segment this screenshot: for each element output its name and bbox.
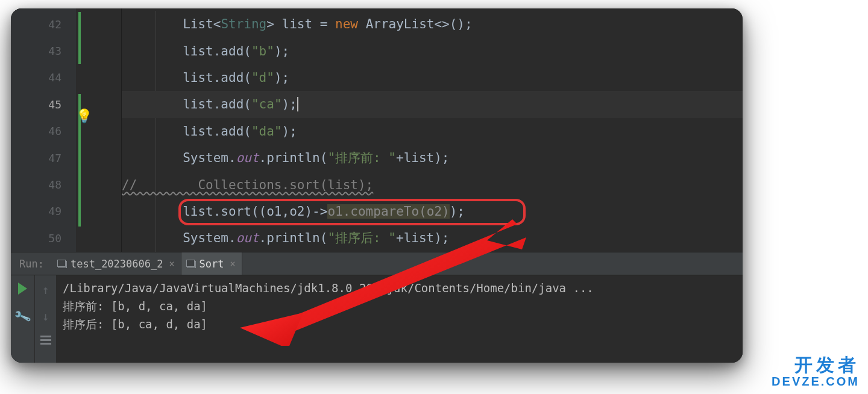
run-tab-sort[interactable]: Sort ×: [181, 252, 242, 275]
console-line: /Library/Java/JavaVirtualMachines/jdk1.8…: [63, 279, 737, 297]
code-line[interactable]: System.out.println("排序后: "+list);: [122, 225, 743, 251]
vcs-change-marker: [78, 12, 81, 64]
run-config-icon: [186, 260, 196, 268]
line-number: 47: [11, 145, 76, 171]
watermark: 开发者 DEVZE.COM: [772, 355, 860, 388]
close-icon[interactable]: ×: [230, 258, 235, 269]
line-number: 42: [11, 11, 76, 37]
run-label: Run:: [11, 258, 52, 270]
down-arrow-icon[interactable]: ↓: [42, 309, 49, 324]
line-number: 48: [11, 171, 76, 198]
close-icon[interactable]: ×: [169, 258, 174, 269]
line-number: 44: [11, 64, 76, 91]
icon-gutter: 💡: [76, 8, 122, 252]
line-number-gutter: 42 43 44 45 46 47 48 49 50: [11, 8, 76, 252]
run-header: Run: test_20230606_2 × Sort ×: [11, 252, 743, 275]
code-line[interactable]: // Collections.sort(list);: [122, 171, 743, 198]
console-output[interactable]: /Library/Java/JavaVirtualMachines/jdk1.8…: [57, 275, 743, 363]
console-line: 排序前: [b, d, ca, da]: [63, 297, 737, 315]
code-line[interactable]: List<String> list = new ArrayList<>();: [122, 11, 743, 37]
intention-bulb-icon[interactable]: 💡: [76, 110, 89, 123]
watermark-top: 开发者: [772, 355, 860, 375]
code-line[interactable]: System.out.println("排序前: "+list);: [122, 145, 743, 171]
run-tool-window: Run: test_20230606_2 × Sort × 🔧 ↑ ↓: [11, 252, 743, 363]
console-toolbar: ↑ ↓: [35, 275, 57, 363]
text-cursor: [297, 97, 298, 111]
run-body: 🔧 ↑ ↓ /Library/Java/JavaVirtualMachines/…: [11, 275, 743, 363]
code-line[interactable]: list.add("b");: [122, 37, 743, 64]
tab-label: test_20230606_2: [71, 258, 163, 270]
line-number: 43: [11, 37, 76, 64]
soft-wrap-icon[interactable]: [40, 336, 51, 345]
code-line[interactable]: list.add("ca");: [122, 91, 743, 117]
up-arrow-icon[interactable]: ↑: [42, 283, 49, 297]
code-line[interactable]: list.add("d");: [122, 64, 743, 91]
run-toolbar: 🔧: [11, 275, 35, 363]
line-number: 50: [11, 225, 76, 251]
ide-window: 42 43 44 45 46 47 48 49 50 💡 List<String…: [11, 8, 743, 363]
console-line: 排序后: [b, ca, d, da]: [63, 315, 737, 333]
code-line[interactable]: list.sort((o1,o2)->o1.compareTo(o2));: [122, 198, 743, 225]
line-number: 46: [11, 118, 76, 145]
watermark-bottom: DEVZE.COM: [772, 375, 860, 388]
run-tab-test[interactable]: test_20230606_2 ×: [52, 252, 181, 275]
run-config-icon: [57, 260, 67, 268]
rerun-icon[interactable]: [18, 283, 27, 295]
line-number: 49: [11, 198, 76, 225]
code-editor[interactable]: 42 43 44 45 46 47 48 49 50 💡 List<String…: [11, 8, 743, 252]
line-number: 45: [11, 91, 76, 117]
wrench-icon[interactable]: 🔧: [13, 307, 33, 325]
code-line[interactable]: list.add("da");: [122, 118, 743, 145]
tab-label: Sort: [200, 258, 224, 270]
code-area[interactable]: List<String> list = new ArrayList<>(); l…: [122, 8, 743, 252]
